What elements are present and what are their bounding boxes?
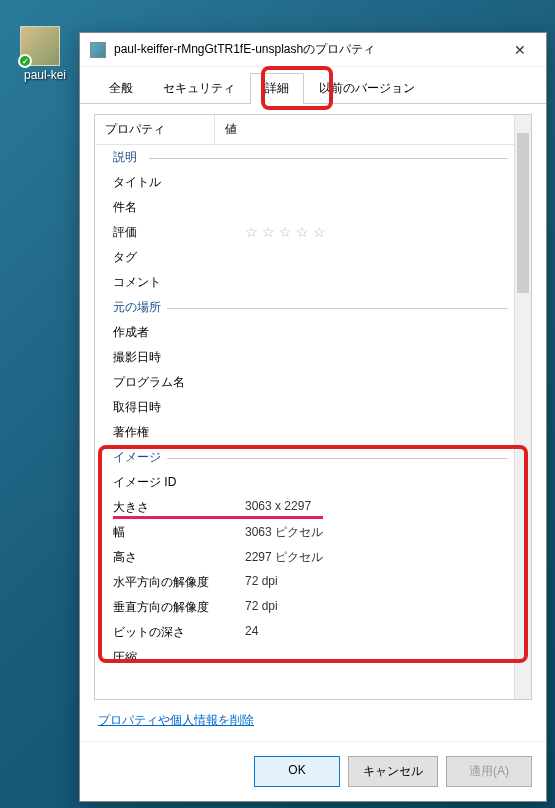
row-dimensions: 大きさ3063 x 2297 (95, 495, 514, 520)
remove-properties-link[interactable]: プロパティや個人情報を削除 (98, 713, 254, 727)
row-date-acquired: 取得日時 (95, 395, 514, 420)
row-authors: 作成者 (95, 320, 514, 345)
row-copyright: 著作権 (95, 420, 514, 445)
section-description: 説明 (95, 145, 514, 170)
vertical-scrollbar[interactable] (514, 115, 531, 699)
row-comments: コメント (95, 270, 514, 295)
file-thumbnail: ✓ (20, 26, 60, 66)
close-button[interactable]: ✕ (500, 36, 540, 64)
row-width: 幅3063 ピクセル (95, 520, 514, 545)
cancel-button[interactable]: キャンセル (348, 756, 438, 787)
column-headers[interactable]: プロパティ 値 (95, 115, 514, 145)
row-tags: タグ (95, 245, 514, 270)
row-height: 高さ2297 ピクセル (95, 545, 514, 570)
row-program: プログラム名 (95, 370, 514, 395)
row-date-taken: 撮影日時 (95, 345, 514, 370)
remove-properties-row: プロパティや個人情報を削除 (94, 700, 532, 741)
row-hres: 水平方向の解像度72 dpi (95, 570, 514, 595)
row-bitdepth: ビットの深さ24 (95, 620, 514, 645)
rating-stars-icon[interactable]: ☆☆☆☆☆ (245, 224, 330, 240)
desktop-file-icon[interactable]: ✓ paul-kei (20, 26, 70, 82)
row-compression: 圧縮 (95, 645, 514, 670)
tab-details[interactable]: 詳細 (250, 73, 304, 104)
row-vres: 垂直方向の解像度72 dpi (95, 595, 514, 620)
scrollbar-thumb[interactable] (517, 133, 529, 293)
titlebar[interactable]: paul-keiffer-rMngGtTR1fE-unsplashのプロパティ … (80, 33, 546, 67)
row-rating: 評価☆☆☆☆☆ (95, 220, 514, 245)
section-image: イメージ (95, 445, 514, 470)
header-value[interactable]: 値 (215, 115, 514, 144)
ok-button[interactable]: OK (254, 756, 340, 787)
dialog-footer: OK キャンセル 適用(A) (80, 741, 546, 801)
window-icon (90, 42, 106, 58)
row-image-id: イメージ ID (95, 470, 514, 495)
properties-dialog: paul-keiffer-rMngGtTR1fE-unsplashのプロパティ … (79, 32, 547, 802)
tab-previous-versions[interactable]: 以前のバージョン (304, 73, 430, 103)
details-content: プロパティ 値 説明 タイトル 件名 評価☆☆☆☆☆ タグ コメント 元の場所 … (80, 104, 546, 741)
sync-badge-icon: ✓ (18, 54, 32, 68)
window-title: paul-keiffer-rMngGtTR1fE-unsplashのプロパティ (114, 41, 500, 58)
tab-security[interactable]: セキュリティ (148, 73, 250, 103)
section-origin: 元の場所 (95, 295, 514, 320)
property-list[interactable]: プロパティ 値 説明 タイトル 件名 評価☆☆☆☆☆ タグ コメント 元の場所 … (95, 115, 514, 699)
close-icon: ✕ (514, 42, 526, 58)
header-property[interactable]: プロパティ (95, 115, 215, 144)
file-label: paul-kei (20, 68, 70, 82)
tab-row: 全般 セキュリティ 詳細 以前のバージョン (80, 67, 546, 104)
property-grid: プロパティ 値 説明 タイトル 件名 評価☆☆☆☆☆ タグ コメント 元の場所 … (94, 114, 532, 700)
tab-general[interactable]: 全般 (94, 73, 148, 103)
row-title: タイトル (95, 170, 514, 195)
apply-button[interactable]: 適用(A) (446, 756, 532, 787)
row-subject: 件名 (95, 195, 514, 220)
